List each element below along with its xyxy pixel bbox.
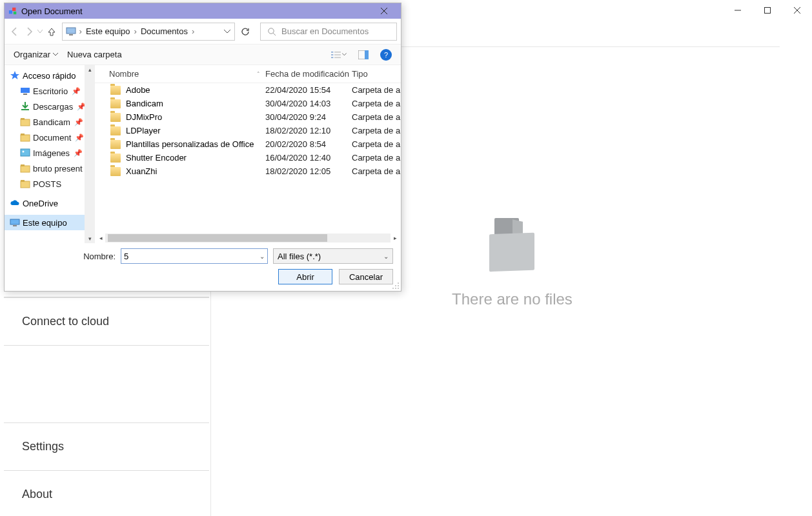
minimize-button[interactable]	[723, 0, 753, 21]
file-date: 18/02/2020 12:10	[265, 126, 352, 135]
close-button[interactable]	[782, 0, 812, 21]
dialog-title: Open Document	[21, 6, 371, 16]
file-row[interactable]: DJMixPro30/04/2020 9:24Carpeta de a	[95, 110, 401, 124]
svg-rect-18	[334, 57, 341, 58]
file-row[interactable]: Bandicam30/04/2020 14:03Carpeta de a	[95, 97, 401, 110]
breadcrumb-current[interactable]: Documentos	[139, 26, 189, 36]
folder-icon	[110, 154, 121, 163]
svg-rect-23	[21, 119, 30, 126]
file-row[interactable]: LDPlayer18/02/2020 12:10Carpeta de a	[95, 124, 401, 137]
refresh-button[interactable]	[239, 23, 252, 41]
breadcrumb-root[interactable]: Este equipo	[85, 26, 132, 36]
tree-item-icon	[20, 148, 30, 158]
help-button[interactable]: ?	[380, 49, 392, 61]
about-button[interactable]: About	[4, 470, 209, 516]
svg-rect-10	[69, 34, 73, 35]
cloud-icon	[10, 198, 20, 208]
svg-rect-20	[365, 50, 369, 59]
dialog-close-button[interactable]	[371, 3, 397, 19]
scroll-left-icon[interactable]: ◂	[96, 235, 105, 241]
open-button[interactable]: Abrir	[278, 269, 332, 284]
svg-rect-9	[66, 28, 76, 34]
file-type: Carpeta de a	[352, 153, 401, 163]
tree-item-label: Document	[33, 133, 71, 143]
tree-item[interactable]: Bandicam📌	[5, 114, 94, 130]
chevron-right-icon: ›	[78, 26, 83, 36]
preview-pane-button[interactable]	[356, 48, 371, 61]
svg-rect-14	[334, 51, 341, 52]
file-date: 16/04/2020 12:40	[265, 153, 352, 163]
tree-this-pc[interactable]: Este equipo	[5, 215, 94, 230]
filename-input[interactable]	[124, 252, 259, 261]
scrollbar-thumb[interactable]	[108, 234, 327, 242]
nav-recent-dropdown[interactable]	[37, 23, 44, 40]
file-name: Shutter Encoder	[126, 153, 187, 163]
resize-grip[interactable]	[392, 282, 400, 290]
column-name[interactable]: Nombre	[109, 69, 139, 79]
filter-label: All files (*.*)	[278, 252, 321, 261]
file-name: Adobe	[126, 85, 150, 95]
tree-item[interactable]: Descargas📌	[5, 99, 94, 114]
svg-rect-21	[21, 88, 30, 93]
breadcrumb-dropdown[interactable]	[223, 30, 232, 34]
file-row[interactable]: Adobe22/04/2020 15:54Carpeta de a	[95, 83, 401, 97]
file-list-header[interactable]: Nombre ˄ Fecha de modificación Tipo	[95, 65, 401, 83]
new-folder-button[interactable]: Nueva carpeta	[67, 50, 122, 59]
tree-item-icon	[20, 117, 30, 127]
computer-icon	[10, 217, 20, 228]
file-type-filter[interactable]: All files (*.*) ⌄	[273, 248, 393, 264]
folder-icon	[110, 140, 121, 149]
settings-button[interactable]: Settings	[4, 422, 209, 470]
folder-icon	[110, 86, 121, 95]
computer-icon	[65, 26, 77, 37]
scroll-up-icon[interactable]: ▴	[88, 66, 92, 73]
file-type: Carpeta de a	[352, 166, 401, 176]
column-type[interactable]: Tipo	[352, 69, 401, 79]
svg-rect-25	[21, 135, 30, 141]
tree-item[interactable]: POSTS	[5, 176, 94, 192]
maximize-button[interactable]	[753, 0, 782, 21]
file-date: 30/04/2020 9:24	[265, 112, 352, 122]
chevron-down-icon: ⌄	[383, 253, 389, 260]
tree-scrollbar[interactable]: ▴ ▾	[85, 65, 95, 243]
svg-rect-5	[12, 8, 15, 11]
svg-rect-30	[21, 164, 25, 166]
tree-quick-access[interactable]: Acceso rápido	[5, 68, 94, 83]
search-box[interactable]	[260, 23, 397, 41]
nav-back-button[interactable]	[8, 23, 21, 40]
file-row[interactable]: Plantillas personalizadas de Office20/02…	[95, 137, 401, 151]
tree-item[interactable]: Imágenes📌	[5, 145, 94, 161]
svg-point-11	[269, 28, 274, 33]
file-row[interactable]: XuanZhi18/02/2020 12:05Carpeta de a	[95, 164, 401, 178]
tree-item-label: Escritorio	[33, 86, 68, 96]
svg-rect-6	[14, 12, 16, 14]
organize-menu[interactable]: Organizar	[14, 50, 58, 59]
search-input[interactable]	[281, 26, 390, 36]
pin-icon: 📌	[74, 149, 83, 157]
scroll-down-icon[interactable]: ▾	[88, 235, 92, 242]
breadcrumb[interactable]: › Este equipo › Documentos ›	[62, 23, 235, 41]
tree-item-icon	[20, 101, 30, 112]
file-date: 18/02/2020 12:05	[265, 166, 352, 176]
tree-item[interactable]: Document📌	[5, 130, 94, 145]
file-list-hscrollbar[interactable]: ◂ ▸	[95, 233, 401, 243]
scroll-right-icon[interactable]: ▸	[391, 235, 400, 241]
column-date[interactable]: Fecha de modificación	[265, 69, 352, 79]
nav-forward-button[interactable]	[23, 23, 36, 40]
file-date: 22/04/2020 15:54	[265, 85, 352, 95]
file-row[interactable]: Shutter Encoder16/04/2020 12:40Carpeta d…	[95, 151, 401, 164]
view-mode-button[interactable]	[331, 48, 347, 61]
svg-point-36	[398, 285, 399, 286]
dialog-titlebar[interactable]: Open Document	[5, 3, 401, 19]
nav-up-button[interactable]	[45, 23, 58, 40]
file-type: Carpeta de a	[352, 99, 401, 108]
svg-rect-34	[13, 225, 17, 226]
tree-item[interactable]: Escritorio📌	[5, 83, 94, 99]
filename-field[interactable]: ⌄	[121, 248, 268, 264]
tree-onedrive[interactable]: OneDrive	[5, 195, 94, 211]
tree-item-icon	[20, 132, 30, 143]
cancel-button[interactable]: Cancelar	[339, 269, 393, 284]
filename-history-dropdown[interactable]: ⌄	[259, 253, 265, 260]
tree-item[interactable]: bruto present	[5, 161, 94, 176]
connect-to-cloud-button[interactable]: Connect to cloud	[4, 297, 209, 345]
